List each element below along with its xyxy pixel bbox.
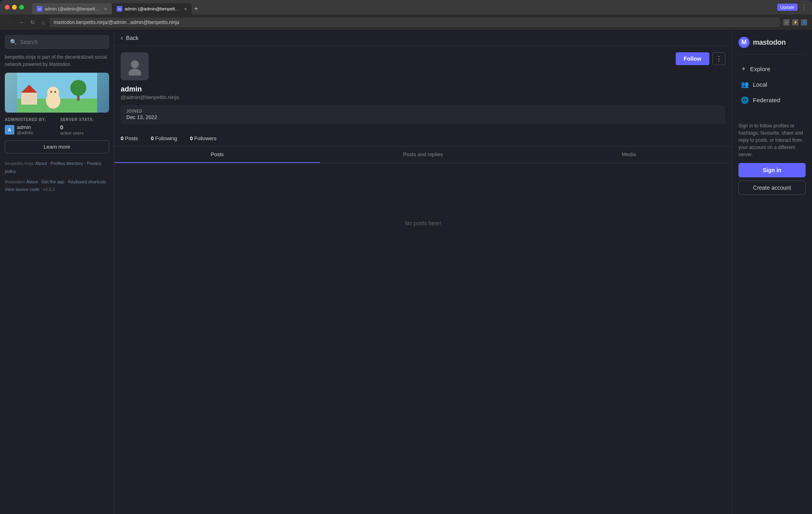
banner-illustration: [5, 73, 109, 113]
new-tab-button[interactable]: +: [192, 3, 200, 14]
auth-section: Sign in to follow profiles or hashtags, …: [738, 116, 806, 195]
footer-mastodon-about-link[interactable]: About: [26, 179, 38, 184]
tab-posts[interactable]: Posts: [114, 147, 320, 163]
address-bar[interactable]: [50, 18, 780, 27]
profile-top: Follow ⋮: [121, 52, 725, 80]
search-icon: 🔍: [10, 39, 17, 45]
footer-links: benpettis.ninja: About · Profiles direct…: [5, 160, 109, 194]
nav-federated[interactable]: 🌐 Federated: [738, 92, 806, 108]
nav-local[interactable]: 👥 Local: [738, 77, 806, 92]
mastodon-logo: M mastodon: [738, 37, 806, 55]
follow-button[interactable]: Follow: [676, 52, 709, 65]
admin-handle: @admin: [17, 130, 33, 135]
tab-close-2[interactable]: ✕: [184, 7, 187, 11]
right-sidebar: M mastodon ✦ Explore 👥 Local 🌐 Federated…: [732, 30, 812, 514]
forward-button[interactable]: →: [17, 18, 26, 26]
admin-avatar-small: A: [5, 125, 14, 135]
joined-date: Dec 13, 2022: [126, 114, 720, 120]
footer-mastodon-label: Mastodon:: [5, 179, 25, 184]
joined-label: JOINED: [126, 109, 720, 113]
followers-stat[interactable]: 0 Followers: [190, 135, 216, 141]
admin-display-name: admin: [17, 124, 33, 130]
learn-more-button[interactable]: Learn more: [5, 140, 109, 153]
mastodon-wordmark: mastodon: [753, 38, 786, 47]
close-window-button[interactable]: [5, 5, 10, 10]
tab-close-1[interactable]: ✕: [104, 7, 107, 11]
svg-point-7: [47, 87, 59, 99]
avatar-svg: [126, 58, 144, 75]
tab-favicon-2: m: [117, 6, 122, 12]
browser-controls-right: Update ⋮: [777, 4, 807, 11]
nav-explore-label: Explore: [750, 65, 770, 72]
footer-keyboard-shortcuts-link[interactable]: Keyboard shortcuts: [68, 179, 106, 184]
browser-tab-2[interactable]: m admin (@admin@benpettis.n... ✕: [112, 3, 192, 14]
footer-about-link[interactable]: About: [35, 161, 47, 166]
auth-description: Sign in to follow profiles or hashtags, …: [738, 122, 806, 158]
posts-area: No posts here!: [114, 163, 732, 283]
search-input[interactable]: [20, 39, 104, 45]
posts-label: Posts: [125, 135, 138, 141]
back-button[interactable]: ←: [5, 18, 14, 26]
federated-icon: 🌐: [741, 96, 749, 104]
profile-header: Follow ⋮ admin @admin@benpettis.ninja JO…: [114, 46, 732, 135]
svg-point-11: [128, 69, 141, 75]
create-account-button[interactable]: Create account: [738, 181, 806, 195]
more-options-button[interactable]: ⋮: [712, 52, 725, 65]
back-bar[interactable]: ‹ Back: [114, 30, 732, 46]
profile-icon[interactable]: 👤: [801, 19, 807, 26]
minimize-window-button[interactable]: [12, 5, 17, 10]
footer-version: v4.0.2: [43, 187, 55, 192]
footer-get-app-link[interactable]: Get the app: [42, 179, 65, 184]
reload-button[interactable]: ↻: [29, 18, 37, 26]
tab-media[interactable]: Media: [526, 147, 732, 163]
svg-point-3: [70, 80, 86, 96]
browser-tab-1[interactable]: m admin (@admin@benpettis.ni... ✕: [32, 3, 112, 14]
server-stats-label: SERVER STATS:: [60, 117, 109, 122]
toolbar-icons: ☆ ⚡ 👤: [783, 19, 807, 26]
followers-count: 0: [190, 135, 193, 141]
administered-by-col: ADMINISTERED BY: A admin @admin: [5, 117, 54, 135]
maximize-window-button[interactable]: [19, 5, 24, 10]
tab-title-1: admin (@admin@benpettis.ni...: [45, 6, 100, 11]
browser-tabs: m admin (@admin@benpettis.ni... ✕ m admi…: [32, 0, 774, 14]
browser-addressbar: ← → ↻ ⌂ ☆ ⚡ 👤: [0, 14, 812, 30]
admin-user: A admin @admin: [5, 124, 54, 135]
home-button[interactable]: ⌂: [40, 18, 46, 26]
server-banner: [5, 73, 109, 113]
extensions-icon[interactable]: ⚡: [792, 19, 798, 26]
back-label: Back: [126, 35, 138, 41]
browser-titlebar: m admin (@admin@benpettis.ni... ✕ m admi…: [0, 0, 812, 14]
nav-local-label: Local: [753, 81, 767, 88]
profile-joined: JOINED Dec 13, 2022: [121, 105, 725, 124]
profile-avatar: [121, 52, 149, 80]
server-info-text: benpettis.ninja is part of the decentral…: [5, 54, 109, 68]
profile-tabs: Posts Posts and replies Media: [114, 146, 732, 163]
footer-site-section: benpettis.ninja: About · Profiles direct…: [5, 160, 109, 176]
followers-label: Followers: [194, 135, 217, 141]
search-box[interactable]: 🔍: [5, 35, 109, 49]
posts-count: 0: [121, 135, 123, 141]
tab-posts-and-replies[interactable]: Posts and replies: [320, 147, 526, 163]
footer-source-code-link[interactable]: View source code: [5, 187, 40, 192]
left-sidebar: 🔍 benpettis.ninja is part of the decentr…: [0, 30, 114, 514]
footer-profiles-directory-link[interactable]: Profiles directory: [50, 161, 83, 166]
svg-point-8: [50, 91, 52, 93]
bookmark-icon[interactable]: ☆: [783, 19, 790, 26]
profile-stats: 0 Posts 0 Following 0 Followers: [114, 135, 732, 146]
footer-mastodon-section: Mastodon: About · Get the app · Keyboard…: [5, 178, 109, 194]
active-users-label: active users: [60, 131, 109, 135]
middle-content: ‹ Back Follow ⋮ admin @admin@benpettis.n…: [114, 30, 732, 514]
sign-in-button[interactable]: Sign in: [738, 163, 806, 177]
admin-section: ADMINISTERED BY: A admin @admin SERVER S…: [5, 117, 109, 135]
following-label: Following: [155, 135, 177, 141]
nav-explore[interactable]: ✦ Explore: [738, 61, 806, 77]
footer-site-name: benpettis.ninja:: [5, 161, 34, 166]
active-users-count: 0: [60, 124, 109, 131]
posts-stat: 0 Posts: [121, 135, 138, 141]
profile-name: admin: [121, 85, 725, 93]
following-stat[interactable]: 0 Following: [151, 135, 177, 141]
update-button[interactable]: Update: [777, 4, 798, 11]
profile-actions: Follow ⋮: [676, 52, 725, 65]
traffic-lights: [5, 5, 24, 10]
browser-window: m admin (@admin@benpettis.ni... ✕ m admi…: [0, 0, 812, 30]
